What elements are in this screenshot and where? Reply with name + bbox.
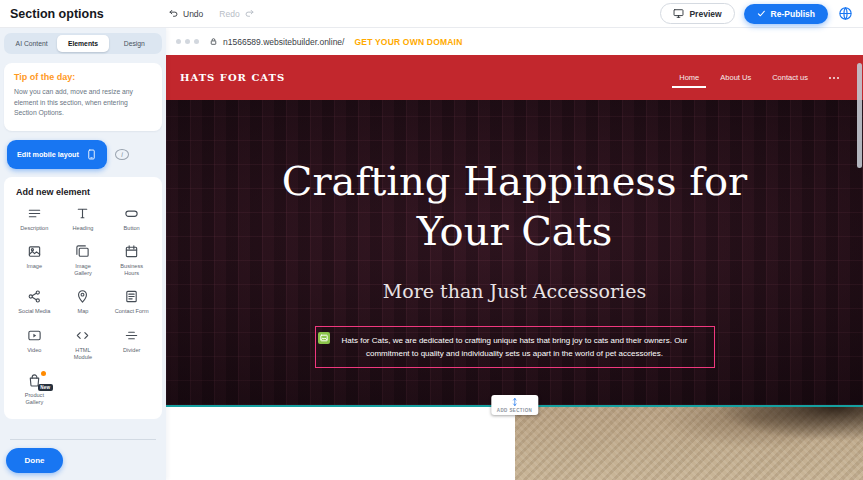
add-element-panel: Add new element Description Heading Butt…: [4, 177, 162, 419]
section-handle-label: ADD SECTION: [497, 408, 532, 413]
heading-icon: [75, 206, 90, 221]
browser-bar: n1566589.websitebuilder.online/ GET YOUR…: [166, 28, 863, 55]
element-product-gallery[interactable]: New Product Gallery: [11, 373, 58, 407]
site-url[interactable]: n1566589.websitebuilder.online/: [223, 37, 344, 47]
undo-button[interactable]: Undo: [168, 8, 203, 19]
mobile-layout-row: Edit mobile layout: [4, 140, 162, 169]
hero-subtitle[interactable]: More than Just Accessories: [383, 280, 646, 302]
nav-about-us[interactable]: About Us: [718, 66, 753, 89]
element-label: Business Hours: [115, 263, 149, 278]
page-title: Section options: [10, 7, 168, 21]
site-header: HATS FOR CATS Home About Us Contact us: [166, 55, 863, 100]
hero-section: Crafting Happiness for Your Cats More th…: [166, 100, 863, 405]
element-label: Map: [78, 308, 89, 315]
selected-text-element[interactable]: Hats for Cats, we are dedicated to craft…: [315, 326, 715, 368]
element-video[interactable]: Video: [11, 328, 58, 362]
element-description[interactable]: Description: [11, 206, 58, 232]
element-contact-form[interactable]: Contact Form: [108, 289, 155, 315]
element-label: Image: [27, 263, 43, 270]
new-indicator-dot: [41, 371, 46, 376]
preview-label: Preview: [689, 9, 721, 19]
language-globe-button[interactable]: [837, 6, 853, 22]
new-badge: New: [38, 384, 53, 391]
element-business-hours[interactable]: Business Hours: [108, 244, 155, 278]
business-hours-icon: [124, 244, 139, 259]
lock-icon: [209, 37, 218, 46]
topbar: Section options Undo Redo Preview Re-Pub…: [0, 0, 863, 28]
element-button[interactable]: Button: [108, 206, 155, 232]
section-resize-handle[interactable]: ADD SECTION: [491, 395, 538, 415]
html-module-icon: [75, 328, 90, 343]
element-label: Heading: [73, 225, 94, 232]
element-label: Description: [20, 225, 48, 232]
tip-title: Tip of the day:: [14, 72, 152, 82]
hero-paragraph: Hats for Cats, we are dedicated to craft…: [328, 334, 702, 360]
resize-arrows-icon: [510, 397, 519, 407]
site-logo[interactable]: HATS FOR CATS: [180, 72, 285, 83]
tab-design[interactable]: Design: [109, 35, 160, 52]
divider-icon: [124, 328, 139, 343]
sidebar: AI Content Elements Design Tip of the da…: [0, 28, 166, 480]
window-dots-icon: [176, 39, 199, 44]
redo-button[interactable]: Redo: [219, 8, 254, 19]
done-button[interactable]: Done: [6, 448, 63, 473]
nav-contact-us[interactable]: Contact us: [770, 66, 810, 89]
nav-home[interactable]: Home: [677, 66, 701, 89]
image-gallery-icon: [75, 244, 90, 259]
description-icon: [27, 206, 42, 221]
element-social-media[interactable]: Social Media: [11, 289, 58, 315]
element-image-gallery[interactable]: Image Gallery: [60, 244, 107, 278]
video-icon: [27, 328, 42, 343]
element-label: Divider: [123, 347, 140, 354]
element-label: Social Media: [18, 308, 50, 315]
sidebar-divider: [10, 439, 156, 440]
button-icon: [124, 206, 139, 221]
phone-icon: [86, 149, 97, 160]
topbar-actions: Preview Re-Publish: [660, 3, 853, 24]
history-controls: Undo Redo: [168, 8, 255, 19]
nav-more-icon[interactable]: [827, 73, 841, 83]
element-heading[interactable]: Heading: [60, 206, 107, 232]
element-label: Video: [27, 347, 41, 354]
preview-scrollbar[interactable]: [857, 63, 862, 168]
element-divider[interactable]: Divider: [108, 328, 155, 362]
add-element-title: Add new element: [16, 187, 155, 197]
element-grid: Description Heading Button Image Image G…: [11, 206, 155, 407]
element-label: Contact Form: [115, 308, 149, 315]
edit-mobile-label: Edit mobile layout: [17, 150, 79, 159]
next-section: [166, 405, 863, 480]
image-icon: [27, 244, 42, 259]
panel-tabs: AI Content Elements Design: [4, 33, 162, 54]
site-nav: Home About Us Contact us: [677, 66, 841, 89]
tab-ai-content[interactable]: AI Content: [6, 35, 57, 52]
tab-elements[interactable]: Elements: [57, 35, 108, 52]
tip-card: Tip of the day: Now you can add, move an…: [4, 63, 162, 131]
element-image[interactable]: Image: [11, 244, 58, 278]
preview-button[interactable]: Preview: [660, 3, 734, 24]
carpet-cat-photo: [515, 407, 863, 480]
redo-icon: [244, 8, 255, 19]
contact-form-icon: [124, 289, 139, 304]
edit-mobile-layout-button[interactable]: Edit mobile layout: [7, 140, 107, 169]
element-map[interactable]: Map: [60, 289, 107, 315]
map-icon: [75, 289, 90, 304]
republish-button[interactable]: Re-Publish: [744, 4, 828, 24]
social-media-icon: [27, 289, 42, 304]
monitor-icon: [673, 8, 684, 19]
element-label: Product Gallery: [17, 392, 51, 407]
next-section-empty: [166, 407, 515, 480]
check-icon: [757, 9, 766, 18]
hero-title[interactable]: Crafting Happiness for Your Cats: [255, 156, 775, 256]
globe-icon: [838, 6, 853, 21]
info-icon[interactable]: [115, 149, 129, 160]
get-domain-link[interactable]: GET YOUR OWN DOMAIN: [354, 37, 462, 47]
element-html-module[interactable]: HTML Module: [60, 328, 107, 362]
site-preview: HATS FOR CATS Home About Us Contact us C…: [166, 55, 863, 480]
element-label: Button: [124, 225, 140, 232]
image-placeholder-icon: [318, 332, 330, 344]
element-label: Image Gallery: [66, 263, 100, 278]
undo-icon: [168, 8, 179, 19]
app-window: Section options Undo Redo Preview Re-Pub…: [0, 0, 863, 480]
republish-label: Re-Publish: [771, 9, 815, 19]
element-label: HTML Module: [66, 347, 100, 362]
